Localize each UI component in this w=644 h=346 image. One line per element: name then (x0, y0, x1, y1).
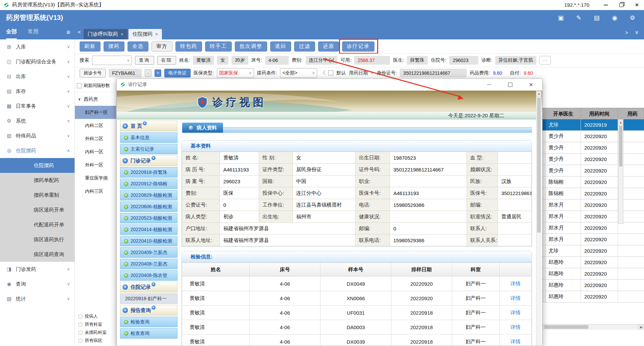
med-date-dropdown-icon[interactable]: ∨ (371, 71, 373, 75)
dialog-nav-item[interactable]: + 20220410-核酸检测 + (120, 236, 177, 246)
dialog-nav-item[interactable]: + 首 页 + (120, 121, 177, 131)
sidebar-item[interactable]: ◉ 查询 ∨ (0, 277, 75, 291)
order-row[interactable]: 尤珍 20220920 (542, 245, 644, 257)
default-checkbox[interactable] (328, 70, 333, 75)
order-row[interactable]: 邱惠玲 20220920 (542, 280, 644, 291)
diagnosis-more-button[interactable]: ··· (539, 56, 551, 65)
tab-scroll-right-icon[interactable]: > (625, 30, 628, 35)
detail-link[interactable]: 详情 (510, 295, 521, 301)
filter-radio-row[interactable]: 所有病区 (75, 337, 116, 345)
order-row[interactable]: 黄少丹 20220920 (542, 131, 644, 142)
toolbar-button[interactable]: 转手工 (205, 41, 232, 52)
dialog-nav-item[interactable]: + 20220409-兰新杰 + (120, 247, 177, 258)
sidebar-item[interactable]: ▦ 日常事务 ∨ (0, 99, 75, 114)
toolbar-button[interactable]: 批次调整 (235, 41, 267, 52)
sidebar-item[interactable]: ▧ 统计 ∨ (0, 291, 75, 306)
ward-item[interactable]: 内科三区 (75, 185, 116, 198)
tab-scroll-left-icon[interactable]: < (75, 25, 84, 39)
plus-button[interactable]: + (155, 69, 161, 77)
radio-icon[interactable] (78, 331, 83, 335)
sidebar-item[interactable]: ▤ 库存 ∨ (0, 84, 75, 99)
sidebar-subitem[interactable]: 病区退药执行 (0, 232, 75, 247)
dialog-minimize-button[interactable] (486, 82, 492, 88)
toolbar-button[interactable]: 过滤 (294, 41, 315, 52)
header-tool-icon[interactable]: ◉ (612, 15, 617, 21)
ward-item[interactable]: 妇产科一区 (75, 106, 116, 119)
dialog-nav-item[interactable]: + 住院记录 + (120, 282, 177, 292)
filter-radio-row[interactable]: 所有科室 (75, 320, 116, 328)
dialog-nav-item[interactable]: + 20220606-核酸检测 + (120, 201, 177, 212)
order-row[interactable]: 黄少丹 20220920 (542, 165, 644, 177)
tree-expand-icon[interactable]: ▼ (78, 97, 81, 101)
evoucher-button[interactable]: 电子凭证 (164, 69, 190, 77)
patient-info-tab[interactable]: 病人资料 (182, 123, 223, 133)
order-row[interactable]: 陈锦榕 20220920 (542, 177, 644, 188)
collapse-button[interactable]: 《 (320, 70, 325, 76)
order-row[interactable]: 邱惠玲 20220920 (542, 257, 644, 268)
document-tab[interactable]: 门诊呼叫取药× (84, 29, 128, 39)
dialog-scrollbar[interactable]: ▲ (536, 91, 541, 346)
toolbar-button[interactable]: 还原 (318, 41, 339, 52)
toolbar-button[interactable]: 审方 (151, 41, 172, 52)
ward-item[interactable]: 外科一区 (75, 158, 116, 171)
treatment-record-button[interactable]: 诊疗记录 (342, 41, 374, 52)
sidebar-item[interactable]: ▥ 特殊药品 ∨ (0, 128, 75, 143)
sidebar-subitem[interactable]: 摆药单配药 (0, 173, 75, 188)
ward-item[interactable]: 内科一区 (75, 145, 116, 158)
scroll-up-icon[interactable]: ▲ (536, 91, 541, 97)
dialog-nav-item[interactable]: + 检查查询 + (120, 328, 177, 339)
close-button[interactable]: × (633, 1, 641, 9)
pharmacy-group[interactable]: ▼ 西药房 (75, 92, 116, 106)
restore-button[interactable] (618, 1, 625, 9)
header-tool-icon[interactable]: ▤ (594, 15, 599, 21)
dialog-nav-item[interactable]: + 主索引记录 + (120, 144, 177, 154)
dialog-nav-item[interactable]: + 20220918-薛繁珠 + (120, 167, 177, 178)
header-tool-icon[interactable]: ⚙ (630, 15, 635, 21)
order-row[interactable]: 黄少丹 20220920 (542, 142, 644, 154)
filter-radio-row[interactable]: 未摆药科室 (75, 328, 116, 337)
header-tool-icon[interactable]: ✎ (576, 15, 581, 21)
table-vertical-scrollbar[interactable]: ▲ (618, 119, 623, 224)
sidebar-item[interactable]: ⊞ 入库 ∨ (0, 39, 75, 54)
inhospital-button[interactable]: 在院 (157, 56, 176, 65)
filter-radio-row[interactable]: 按病人 (75, 312, 116, 320)
dialog-nav-item[interactable]: + 20220912-陈锦榕 + (120, 179, 177, 189)
search-combobox[interactable]: ∨ (92, 56, 132, 65)
column-medtime[interactable]: 用药时间 (581, 108, 618, 120)
table-horizontal-scrollbar[interactable]: ▶ (542, 324, 644, 330)
sidebar-item[interactable]: ⊟ 出库 ∨ (0, 69, 75, 84)
sidebar-item[interactable]: ◨ 门诊发药 ∨ (0, 262, 75, 277)
order-row[interactable]: 郑水月 20220920 (542, 234, 644, 245)
ward-item[interactable]: 重症医学病 (75, 171, 116, 185)
dialog-close-button[interactable]: × (528, 82, 534, 88)
sidebar-item[interactable]: ◎ 住院摆药 ∧ (0, 143, 75, 158)
order-row[interactable]: 邱惠玲 20220920 (542, 291, 644, 303)
sidebar-subitem[interactable]: 代配退药开单 (0, 217, 75, 232)
order-row[interactable]: 郑水月 20220920 (542, 222, 644, 234)
dialog-nav-item[interactable]: + 20220918-妇产科一 + (120, 293, 177, 304)
detail-link[interactable]: 详情 (510, 339, 521, 344)
order-row[interactable]: 邱惠玲 20220920 (542, 268, 644, 280)
instype-combobox[interactable]: 国家医保∨ (217, 68, 254, 78)
detail-link[interactable]: 详情 (510, 281, 521, 286)
ward-item[interactable]: 内科二区 (75, 119, 116, 132)
dialog-maximize-button[interactable] (507, 82, 513, 88)
dialog-nav-item[interactable]: + 基本信息 + (120, 132, 177, 143)
hamburger-icon[interactable]: ≡ (66, 29, 70, 36)
detail-link[interactable]: 详情 (510, 310, 521, 315)
sidebar-item[interactable]: ◫ 门诊配药综合业务 ∨ (0, 54, 75, 69)
menu-tab[interactable]: 常用 (28, 25, 38, 39)
sidebar-subitem[interactable]: 病区退药开单 (0, 202, 75, 217)
sidebar-subitem[interactable]: 病区退药查询 (0, 247, 75, 262)
query-button[interactable]: 查询 (135, 56, 154, 65)
condition-combobox[interactable]: <全部>∨ (280, 68, 317, 78)
toolbar-button[interactable]: 全选 (128, 41, 148, 52)
dialog-nav-item[interactable]: + 20220829-核酸检测 + (120, 190, 177, 200)
radio-icon[interactable] (78, 322, 83, 327)
toolbar-button[interactable]: 摆药 (104, 41, 124, 52)
radio-icon[interactable] (78, 314, 83, 319)
scrollbar-thumb[interactable] (537, 98, 541, 232)
dialog-nav-item[interactable]: + 门诊记录 + (120, 155, 177, 166)
order-row[interactable]: 陈锦榕 20220920 (542, 188, 644, 199)
dialog-nav-item[interactable]: + 20220414-核酸检测 + (120, 224, 177, 235)
